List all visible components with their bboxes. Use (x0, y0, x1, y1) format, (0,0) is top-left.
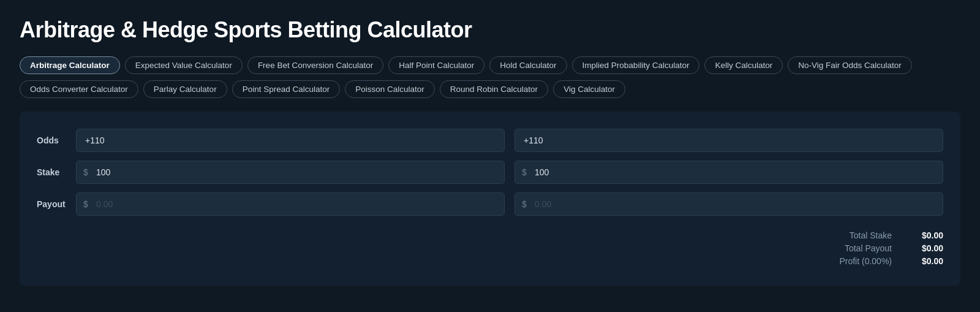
nav-btn-arbitrage[interactable]: Arbitrage Calculator (20, 56, 120, 74)
profit-label: Profit (0.00%) (812, 256, 892, 266)
odds-input-1[interactable] (76, 129, 505, 152)
nav-btn-expected-value[interactable]: Expected Value Calculator (125, 56, 243, 74)
nav-row-2: Odds Converter Calculator Parlay Calcula… (20, 80, 960, 98)
summary-section: Total Stake $0.00 Total Payout $0.00 Pro… (37, 230, 943, 266)
total-payout-label: Total Payout (812, 243, 892, 253)
nav-btn-point-spread[interactable]: Point Spread Calculator (232, 80, 341, 98)
nav-btn-odds-converter[interactable]: Odds Converter Calculator (20, 80, 138, 98)
nav-btn-half-point[interactable]: Half Point Calculator (388, 56, 484, 74)
nav-btn-poisson[interactable]: Poisson Calculator (345, 80, 435, 98)
payout-input-wrapper-1: $ (76, 192, 505, 216)
payout-row: Payout $ $ (37, 192, 943, 216)
odds-label: Odds (37, 135, 76, 145)
calculator-fields: Odds Stake $ $ Payout (37, 129, 943, 216)
nav-btn-implied-prob[interactable]: Implied Probability Calculator (572, 56, 700, 74)
dollar-icon-payout-2: $ (522, 199, 527, 209)
nav-btn-vig[interactable]: Vig Calculator (553, 80, 625, 98)
stake-input-2[interactable] (514, 161, 943, 184)
nav-btn-parlay[interactable]: Parlay Calculator (143, 80, 227, 98)
nav-btn-free-bet[interactable]: Free Bet Conversion Calculator (247, 56, 383, 74)
page-title: Arbitrage & Hedge Sports Betting Calcula… (20, 17, 960, 43)
total-stake-value: $0.00 (907, 230, 943, 240)
stake-inputs: $ $ (76, 161, 943, 184)
profit-row: Profit (0.00%) $0.00 (812, 256, 943, 266)
dollar-icon-stake-1: $ (83, 167, 88, 177)
odds-inputs (76, 129, 943, 152)
dollar-icon-stake-2: $ (522, 167, 527, 177)
total-payout-row: Total Payout $0.00 (812, 243, 943, 253)
nav-btn-hold[interactable]: Hold Calculator (489, 56, 567, 74)
total-stake-row: Total Stake $0.00 (812, 230, 943, 240)
stake-input-wrapper-1: $ (76, 161, 505, 184)
nav-row-1: Arbitrage Calculator Expected Value Calc… (20, 56, 960, 74)
stake-input-1[interactable] (76, 161, 505, 184)
total-stake-label: Total Stake (812, 230, 892, 240)
payout-input-1[interactable] (76, 192, 505, 216)
stake-row: Stake $ $ (37, 161, 943, 184)
payout-input-2[interactable] (514, 192, 943, 216)
odds-row: Odds (37, 129, 943, 152)
payout-inputs: $ $ (76, 192, 943, 216)
profit-value: $0.00 (907, 256, 943, 266)
odds-input-2[interactable] (514, 129, 943, 152)
total-payout-value: $0.00 (907, 243, 943, 253)
payout-input-wrapper-2: $ (514, 192, 943, 216)
stake-label: Stake (37, 167, 76, 177)
calculator-panel: Odds Stake $ $ Payout (20, 112, 960, 286)
dollar-icon-payout-1: $ (83, 199, 88, 209)
payout-label: Payout (37, 199, 76, 209)
stake-input-wrapper-2: $ (514, 161, 943, 184)
nav-btn-kelly[interactable]: Kelly Calculator (704, 56, 783, 74)
nav-btn-no-vig[interactable]: No-Vig Fair Odds Calculator (788, 56, 912, 74)
nav-btn-round-robin[interactable]: Round Robin Calculator (440, 80, 548, 98)
